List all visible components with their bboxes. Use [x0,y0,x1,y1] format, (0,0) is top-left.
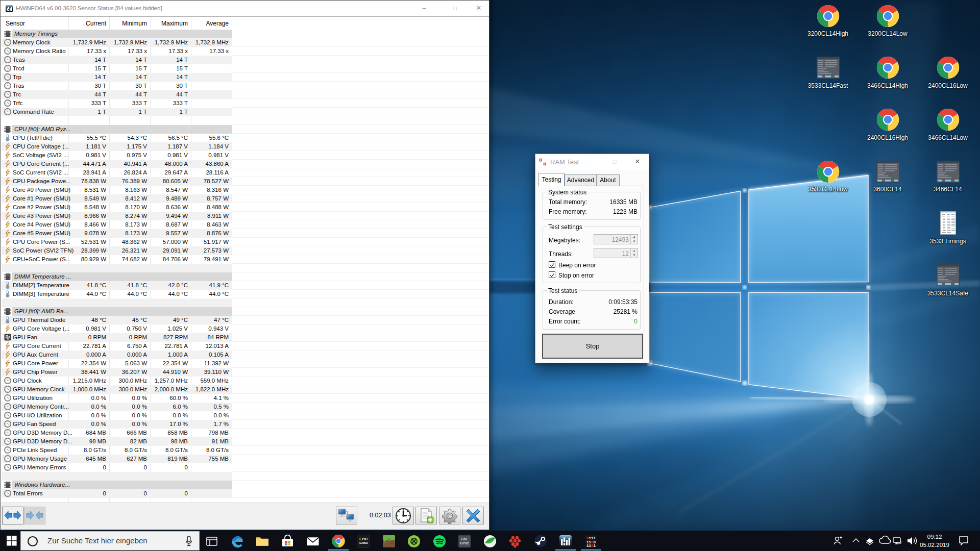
svg-text:CPUz: CPUz [460,541,470,545]
svg-text:GAMES: GAMES [359,542,368,544]
svg-text:1101: 1101 [586,544,596,548]
svg-text:GaT: GaT [461,537,468,541]
svg-text:EPIC: EPIC [359,537,368,541]
